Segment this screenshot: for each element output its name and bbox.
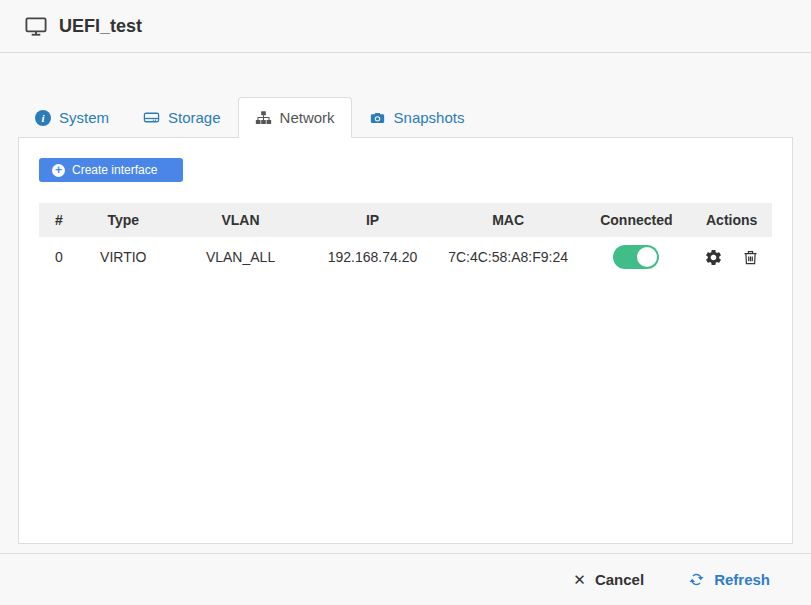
cell-connected: [581, 237, 691, 277]
cell-type: VIRTIO: [76, 237, 171, 277]
table-header-row: # Type VLAN IP MAC Connected Actions: [39, 203, 772, 237]
cancel-label: Cancel: [595, 571, 644, 588]
cancel-button[interactable]: ✕ Cancel: [573, 571, 644, 588]
create-interface-label: Create interface: [72, 163, 157, 177]
dialog-footer: ✕ Cancel Refresh: [0, 553, 811, 605]
col-ip: IP: [310, 203, 435, 237]
hdd-icon: [143, 109, 160, 126]
close-icon: ✕: [573, 572, 586, 587]
tab-storage[interactable]: Storage: [126, 97, 238, 138]
col-index: #: [39, 203, 76, 237]
col-mac: MAC: [435, 203, 582, 237]
refresh-button[interactable]: Refresh: [688, 571, 770, 588]
tab-label: Storage: [168, 109, 221, 126]
tab-bar: i System Storage: [18, 97, 793, 137]
tab-label: Snapshots: [394, 109, 465, 126]
cell-mac: 7C:4C:58:A8:F9:24: [435, 237, 582, 277]
col-actions: Actions: [691, 203, 772, 237]
tab-label: Network: [280, 109, 335, 126]
connected-toggle[interactable]: [613, 245, 659, 269]
create-interface-button[interactable]: + Create interface: [39, 158, 183, 182]
monitor-icon: [24, 15, 48, 38]
tab-system[interactable]: i System: [18, 97, 126, 138]
refresh-label: Refresh: [714, 571, 770, 588]
delete-trash-icon[interactable]: [742, 248, 759, 267]
sitemap-icon: [255, 110, 272, 126]
vm-dialog: UEFI_test i System Storage: [0, 0, 811, 605]
col-vlan: VLAN: [171, 203, 310, 237]
interfaces-table: # Type VLAN IP MAC Connected Actions 0 V…: [39, 203, 772, 277]
info-circle-icon: i: [35, 110, 51, 126]
cell-actions: [691, 237, 772, 277]
table-row: 0 VIRTIO VLAN_ALL 192.168.74.20 7C:4C:58…: [39, 237, 772, 277]
dialog-header: UEFI_test: [0, 0, 811, 53]
camera-icon: [369, 110, 386, 126]
vm-title: UEFI_test: [59, 16, 142, 37]
tab-network[interactable]: Network: [238, 97, 352, 138]
col-type: Type: [76, 203, 171, 237]
refresh-icon: [688, 571, 705, 588]
cell-index: 0: [39, 237, 76, 277]
toggle-knob: [637, 247, 657, 267]
settings-gear-icon[interactable]: [704, 248, 723, 267]
cell-ip: 192.168.74.20: [310, 237, 435, 277]
plus-circle-icon: +: [52, 164, 65, 177]
tab-snapshots[interactable]: Snapshots: [352, 97, 482, 138]
tab-label: System: [59, 109, 109, 126]
cell-vlan: VLAN_ALL: [171, 237, 310, 277]
col-connected: Connected: [581, 203, 691, 237]
tab-panel-network: + Create interface # Type VLAN IP MAC Co…: [18, 137, 793, 544]
